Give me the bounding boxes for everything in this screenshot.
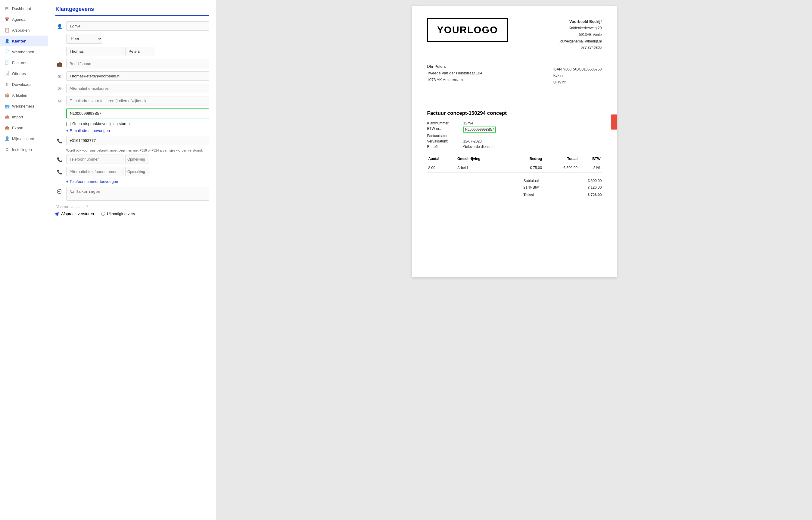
sidebar-item-afspraken[interactable]: 📋Afspraken <box>0 25 48 35</box>
aantekeningen-textarea[interactable] <box>66 187 209 201</box>
recipient-address: Tweede van der Helststraat 104 <box>427 70 483 77</box>
alt-telefoonnummer-input[interactable] <box>66 167 123 176</box>
briefcase-icon: 💼 <box>55 59 64 67</box>
klantnummer-input[interactable] <box>66 21 209 31</box>
btw-fields <box>66 108 209 119</box>
add-telefoon-link[interactable]: + Telefoonnummer toevoegen <box>66 179 209 184</box>
factuur-email-row: ✉ <box>55 96 209 105</box>
uitnodiging-label: Uitnodiging vers <box>107 211 135 216</box>
red-tab <box>611 114 617 130</box>
uitnodiging-radio[interactable] <box>101 212 105 216</box>
company-city: 5913AE Venlo <box>559 32 601 38</box>
cell-bedrag: € 75,00 <box>511 163 543 173</box>
invoice-table: AantalOmschrijvingBedragTotaalBTW 8.00 A… <box>427 155 602 173</box>
btw-total-row: 21 % Btw € 126,00 <box>524 184 602 191</box>
add-email-link[interactable]: + E-mailadres toevoegen <box>66 128 209 133</box>
bedrijfsnaam-input[interactable] <box>66 59 209 69</box>
afspraken-icon: 📋 <box>4 27 10 33</box>
totaal-label: Totaal <box>524 193 534 197</box>
telefoonnummer-opmerking[interactable] <box>125 155 149 164</box>
sidebar-item-offertes[interactable]: 📝Offertes <box>0 68 48 79</box>
meta-label: Betreft: <box>427 145 464 149</box>
alt-telefoon2-row: 📞 <box>55 167 209 176</box>
email3-icon: ✉ <box>55 96 64 104</box>
cell-btw: 21% <box>579 163 601 173</box>
checkbox-row: Geen afspraakbevestiging sturen <box>66 122 209 126</box>
email-input[interactable] <box>66 71 209 81</box>
sidebar-item-facturen[interactable]: 🧾Facturen <box>0 57 48 68</box>
voornaam-input[interactable] <box>66 47 123 56</box>
sidebar-label-downloads: Downloads <box>12 82 31 87</box>
sidebar-label-dashboard: Dashboard <box>12 6 31 11</box>
meta-row: Factuurdatum: <box>427 134 602 138</box>
meta-value: NL000099998B57 <box>464 127 496 133</box>
subtotaal-label: Subtotaal <box>524 179 539 183</box>
sidebar-item-downloads[interactable]: ⬇Downloads <box>0 79 48 90</box>
sidebar-item-klanten[interactable]: 👤Klanten <box>0 35 48 46</box>
alt-email-input[interactable] <box>66 84 209 93</box>
cell-totaal: € 600,00 <box>543 163 579 173</box>
sidebar-label-import: Import <box>12 115 23 119</box>
sidebar-item-artikelen[interactable]: 📦Artikelen <box>0 90 48 101</box>
afspraak-versturen-label: Afspraak versturen <box>61 211 94 216</box>
naam-fields <box>66 47 156 56</box>
invoice-table-body: 8.00 Arbeid € 75,00 € 600,00 21% <box>427 163 602 173</box>
btw-input[interactable] <box>66 108 209 119</box>
invoice-recipient: Dhr Peters Tweede van der Helststraat 10… <box>427 63 483 83</box>
sidebar-item-export[interactable]: 📤Export <box>0 122 48 133</box>
sidebar-item-dashboard[interactable]: ⊞Dashboard <box>0 3 48 14</box>
invoice-header: YOURLOGO Voorbeeld Bedrijf Kaldenkerkerw… <box>427 18 602 51</box>
alt-telefoon-row: 📞 <box>55 155 209 164</box>
naam-row <box>55 47 209 56</box>
meta-value: 12794 <box>464 121 473 125</box>
aanhef-select[interactable]: Heer Mevrouw <box>66 34 102 44</box>
bedrijfsnaam-row: 💼 <box>55 59 209 69</box>
sidebar-item-instellingen[interactable]: ⚙Instellingen <box>0 144 48 155</box>
bedrijfsnaam-fields <box>66 59 209 69</box>
phone-icon: 📞 <box>55 136 64 144</box>
form-panel: Klantgegevens 👤 Heer Mevrouw <box>48 0 217 520</box>
alt-telefoon2-fields <box>66 167 149 176</box>
recipient-city: 1073 AK Amsterdam <box>427 77 483 83</box>
table-header-btw: BTW <box>579 155 601 163</box>
totaal-row: Totaal € 726,00 <box>524 191 602 198</box>
meta-label: Factuurdatum: <box>427 134 464 138</box>
geen-afspraak-checkbox[interactable] <box>66 122 71 126</box>
sidebar-item-werkbonnen[interactable]: 📄Werkbonnen <box>0 46 48 57</box>
sidebar-label-facturen: Facturen <box>12 60 27 65</box>
uitnodiging-option[interactable]: Uitnodiging vers <box>101 211 135 216</box>
offertes-icon: 📝 <box>4 71 10 76</box>
invoice-page: YOURLOGO Voorbeeld Bedrijf Kaldenkerkerw… <box>412 6 617 277</box>
facturen-icon: 🧾 <box>4 60 10 66</box>
telefoonnummer-input[interactable] <box>66 155 123 164</box>
btw-total-value: € 126,00 <box>588 185 602 189</box>
email-row: ✉ <box>55 71 209 81</box>
spacer-icon <box>55 34 64 36</box>
sidebar-item-import[interactable]: 📥Import <box>0 111 48 122</box>
telefoon-input[interactable] <box>66 136 209 145</box>
alt-telefoonnummer-opmerking[interactable] <box>125 167 149 176</box>
sidebar-item-werknemers[interactable]: 👥Werknemers <box>0 101 48 111</box>
subtotaal-value: € 600,00 <box>588 179 602 183</box>
invoice-bank: IBAN NL06RABO0105535753 Kvk nr BTW nr <box>553 66 602 95</box>
sidebar-label-afspraken: Afspraken <box>12 28 30 32</box>
sidebar: ⊞Dashboard📅Agenda📋Afspraken👤Klanten📄Werk… <box>0 0 48 520</box>
meta-label: Klantnummer: <box>427 121 464 125</box>
artikelen-icon: 📦 <box>4 93 10 98</box>
geen-afspraak-label: Geen afspraakbevestiging sturen <box>72 122 130 126</box>
comment-icon: 💬 <box>55 187 64 194</box>
form-title: Klantgegevens <box>55 6 209 16</box>
werkbonnen-icon: 📄 <box>4 49 10 54</box>
invoice-table-head: AantalOmschrijvingBedragTotaalBTW <box>427 155 602 163</box>
afspraak-versturen-radio[interactable] <box>55 212 59 216</box>
afspraak-versturen-option[interactable]: Afspraak versturen <box>55 211 94 216</box>
sidebar-item-mijn-account[interactable]: 👤Mijn account <box>0 133 48 144</box>
sidebar-item-agenda[interactable]: 📅Agenda <box>0 14 48 25</box>
telefoon-fields <box>66 136 209 145</box>
achternaam-input[interactable] <box>125 47 156 56</box>
invoice-meta: Klantnummer:12794BTW nr.:NL000099998B57F… <box>427 121 602 149</box>
factuur-email-input[interactable] <box>66 96 209 105</box>
sidebar-label-artikelen: Artikelen <box>12 93 27 98</box>
company-email: jouweigenemail@bedrijf.nl <box>559 38 601 45</box>
aantekeningen-row: 💬 <box>55 187 209 201</box>
